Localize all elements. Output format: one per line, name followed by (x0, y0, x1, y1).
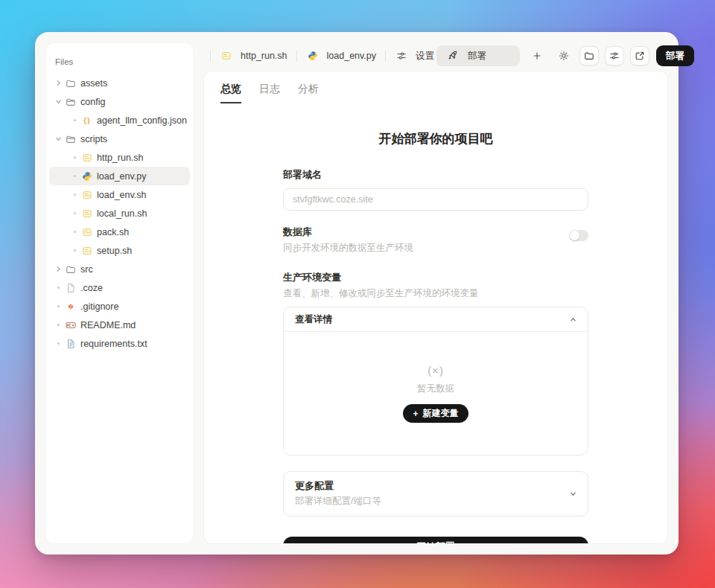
tab-deploy-active[interactable]: 部署 (436, 45, 520, 66)
chevron-down-icon[interactable] (52, 135, 64, 142)
new-tab-button[interactable] (527, 46, 547, 65)
bullet-dot (57, 305, 60, 307)
tab-label: load_env.py (327, 51, 377, 61)
file-tree-item-http-run-sh[interactable]: http_run.sh (49, 148, 190, 167)
folder-icon (64, 264, 77, 275)
file-tree-item-setup-sh[interactable]: setup.sh (49, 241, 190, 260)
shell-file-icon (80, 153, 94, 163)
file-tree-item-gitignore[interactable]: .gitignore (49, 297, 190, 316)
app-window: Files assets config {} agent_llm_config.… (35, 32, 679, 555)
shell-file-icon (80, 190, 94, 200)
file-label: load_env.py (97, 171, 147, 182)
tab-overview[interactable]: 总览 (220, 83, 241, 103)
domain-input[interactable] (283, 188, 588, 211)
shell-file-icon (80, 208, 94, 219)
bullet-dot (74, 194, 76, 196)
file-label: scripts (80, 134, 107, 144)
python-file-icon (80, 171, 94, 182)
chevron-right-icon[interactable] (52, 80, 64, 86)
file-tree-item-pack-sh[interactable]: pack.sh (49, 223, 190, 241)
file-tree-item-agent-llm-config-json[interactable]: {} agent_llm_config.json (49, 111, 190, 130)
bullet (69, 212, 80, 214)
bullet-dot (57, 324, 60, 326)
bullet (69, 194, 80, 196)
bullet (69, 156, 80, 159)
new-variable-label: 新建变量 (423, 407, 459, 420)
tab-logs[interactable]: 日志 (259, 83, 280, 103)
start-deploy-button[interactable]: 开始部署 (283, 537, 588, 544)
database-row: 数据库 同步开发环境的数据至生产环境 (283, 226, 588, 255)
chevron-down-icon[interactable] (52, 98, 64, 105)
file-label: requirements.txt (80, 339, 147, 349)
file-tree-item-local-run-sh[interactable]: local_run.sh (49, 204, 190, 223)
bullet (69, 249, 80, 252)
file-tree-item-requirements-txt[interactable]: requirements.txt (49, 334, 190, 353)
file-tree-item-scripts[interactable]: scripts (49, 130, 190, 148)
tab-label: http_run.sh (241, 51, 287, 61)
env-vars-label: 生产环境变量 (283, 271, 588, 284)
file-label: src (80, 264, 93, 275)
divider (210, 51, 211, 62)
database-label: 数据库 (283, 226, 413, 239)
domain-label: 部署域名 (283, 168, 588, 182)
file-label: setup.sh (97, 246, 132, 256)
file-explorer-sidebar: Files assets config {} agent_llm_config.… (45, 42, 194, 544)
bullet-dot (74, 156, 76, 159)
deploy-button-top[interactable]: 部署 (656, 45, 694, 66)
bullet-dot (74, 212, 76, 214)
more-config-texts: 更多配置 部署详细配置/端口等 (295, 479, 381, 508)
file-label: http_run.sh (97, 153, 144, 163)
tab-http-run-sh[interactable]: http_run.sh (217, 45, 290, 66)
file-icon (64, 283, 77, 293)
page-title: 开始部署你的项目吧 (283, 130, 588, 147)
file-label: local_run.sh (97, 208, 147, 219)
tab-analytics[interactable]: 分析 (298, 83, 319, 103)
bullet-dot (57, 342, 60, 345)
file-label: agent_llm_config.json (97, 115, 187, 126)
json-file-icon: {} (80, 116, 94, 124)
chevron-right-icon[interactable] (52, 266, 64, 272)
bullet (52, 287, 64, 289)
file-tree-item-config[interactable]: config (49, 92, 190, 111)
env-vars-empty-state: (×) 暂无数据 + 新建变量 (284, 332, 588, 455)
empty-data-text: 暂无数据 (417, 383, 454, 395)
file-label: .gitignore (80, 301, 118, 312)
chevron-up-icon (570, 316, 576, 323)
file-tree-item-load-env-sh[interactable]: load_env.sh (49, 185, 190, 204)
env-vars-description: 查看、新增、修改或同步至生产环境的环境变量 (283, 287, 588, 300)
files-panel-button[interactable] (579, 46, 599, 65)
details-header[interactable]: 查看详情 (284, 307, 588, 332)
bullet-dot (74, 249, 76, 252)
more-config-card[interactable]: 更多配置 部署详细配置/端口等 (283, 471, 588, 517)
folder-open-icon (64, 134, 77, 144)
database-toggle[interactable] (569, 230, 588, 241)
folder-open-icon (64, 97, 77, 107)
file-label: assets (80, 78, 107, 89)
more-config-label: 更多配置 (295, 479, 381, 493)
details-header-label: 查看详情 (295, 313, 332, 326)
database-texts: 数据库 同步开发环境的数据至生产环境 (283, 226, 413, 255)
chevron-down-icon (570, 490, 576, 497)
tab-load-env-py[interactable]: load_env.py (304, 45, 379, 66)
shell-file-icon (80, 227, 94, 237)
bullet (52, 305, 64, 307)
file-tree-item-src[interactable]: src (49, 260, 190, 278)
bullet-dot (57, 287, 60, 289)
preferences-button[interactable] (605, 46, 624, 65)
file-tree-item-load-env-py[interactable]: load_env.py (49, 167, 190, 185)
bullet (52, 324, 64, 326)
new-variable-button[interactable]: + 新建变量 (403, 404, 468, 423)
file-tree-item-coze[interactable]: .coze (49, 278, 190, 297)
open-external-button[interactable] (630, 46, 649, 65)
file-tree-item-readme-md[interactable]: README.md (49, 316, 190, 334)
empty-data-icon: (×) (428, 364, 444, 377)
theme-sun-button[interactable] (554, 46, 573, 65)
shell-file-icon (80, 246, 94, 256)
file-label: pack.sh (97, 227, 129, 237)
editor-topbar: http_run.sh load_env.py 设置 部署 部署 (203, 42, 668, 69)
tab-settings[interactable]: 设置 (393, 45, 436, 66)
file-tree-item-assets[interactable]: assets (49, 74, 190, 92)
bullet-dot (74, 119, 76, 121)
bullet (69, 231, 80, 233)
shell-file-icon (220, 51, 233, 61)
